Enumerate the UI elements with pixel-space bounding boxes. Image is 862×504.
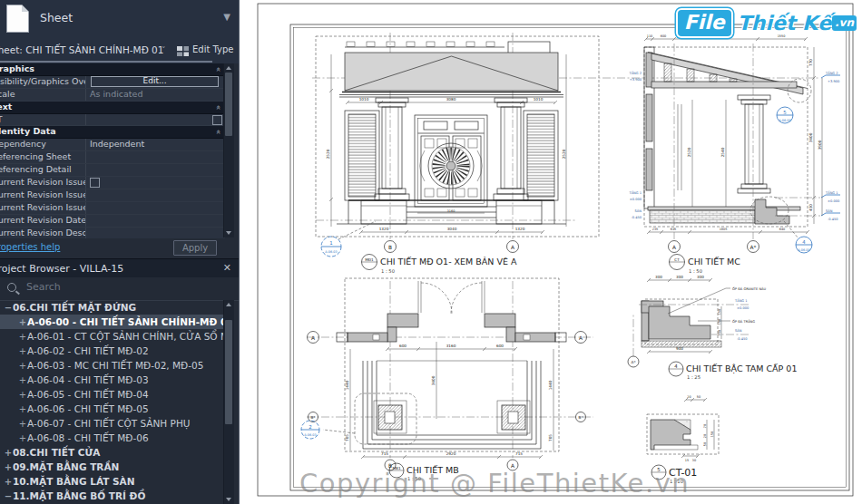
properties-help-link[interactable]: Properties help: [0, 242, 60, 252]
close-icon[interactable]: ✕: [223, 262, 231, 274]
view-number-bubble: CT: [674, 257, 680, 262]
sheet-view: 1010 3080 1010: [240, 0, 862, 504]
chevron-down-icon[interactable]: ˅: [162, 45, 166, 54]
dim-label: 20: [687, 395, 691, 399]
properties-type-selector[interactable]: Sheet ▼: [0, 0, 240, 38]
section-title: Identity Data: [0, 126, 56, 138]
dim-label: 1440: [345, 380, 349, 390]
tree-label: A-06-04 - CHI TIẾT MĐ-03: [27, 374, 149, 385]
view-scale: 1 : 50: [689, 268, 702, 274]
edit-overrides-button[interactable]: Edit...: [91, 76, 219, 87]
dim-label: 1905: [720, 228, 728, 231]
instance-selector-label: Sheet: CHI TIẾT SẢNH CHÍNH-MĐ 01: [0, 44, 163, 55]
tree-item-a0603[interactable]: +A-06-03 - MC CHI TIẾT MĐ-02, MĐ-05: [0, 358, 225, 373]
expand-icon[interactable]: +: [18, 388, 27, 402]
grid-bubble: A: [311, 335, 315, 341]
svg-text:TẦNG 1: TẦNG 1: [825, 190, 838, 195]
elevation-view: 1010 3080 1010: [312, 33, 820, 274]
expand-icon[interactable]: +: [18, 417, 27, 431]
dim-label: 715: [381, 451, 388, 456]
scroll-thumb[interactable]: [225, 73, 232, 136]
tree-item-a0608[interactable]: +A-06-08 - CHI TIẾT MĐ-06: [0, 431, 225, 445]
prop-label: Dependency: [0, 139, 85, 150]
steps-profile: [649, 306, 710, 339]
dim-label: 1320: [379, 227, 389, 231]
expand-icon[interactable]: +: [4, 460, 13, 474]
dim-label: 600: [496, 344, 504, 348]
edit-type-icon[interactable]: [176, 44, 190, 61]
view-scale: 1 : 50: [381, 268, 395, 274]
tree-item-a0607[interactable]: +A-06-07 - CHI TIẾT CỘT SẢNH PHỤ: [0, 416, 225, 431]
expand-icon[interactable]: +: [18, 402, 27, 416]
tree-label: A-06-03 - MC CHI TIẾT MĐ-02, MĐ-05: [27, 360, 203, 371]
tree-item-a0606[interactable]: +A-06-06 - CHI TIẾT MĐ-05: [0, 402, 225, 416]
expand-icon[interactable]: +: [4, 446, 13, 460]
tree-item-10[interactable]: +10.MẶT BẰNG LÁT SÀN: [0, 474, 225, 489]
tree-item-06[interactable]: −06.CHI TIẾT MẶT ĐỨNG: [0, 300, 225, 315]
tree-item-a0602[interactable]: +A-06-02 - CHI TIẾT MĐ-02: [0, 344, 225, 358]
tree-item-08[interactable]: +08.CHI TIẾT CỬA: [0, 445, 225, 460]
logo-file-badge: File: [676, 8, 733, 38]
tree-item-a0601[interactable]: +A-06-01 - CT CỘT SẢNH CHÍNH, CỬA SỔ MÁI: [0, 329, 225, 344]
expand-icon[interactable]: +: [18, 344, 27, 358]
level-name: TẦNG 1: [734, 298, 748, 303]
detail-callout-4[interactable]: 4 A-06-00: [796, 237, 812, 253]
expand-icon[interactable]: +: [18, 330, 27, 344]
section-header-identity[interactable]: Identity Data«: [0, 126, 225, 139]
expand-icon[interactable]: +: [18, 315, 27, 329]
dim-label: 235: [652, 228, 658, 231]
revision-issued-checkbox[interactable]: [90, 178, 100, 188]
dim-label: 1440: [548, 380, 553, 390]
prop-label: Current Revision Issued To: [0, 202, 85, 214]
prop-label: Referencing Sheet: [0, 151, 85, 163]
search-input[interactable]: [24, 280, 210, 294]
scroll-up-icon[interactable]: [226, 66, 231, 70]
properties-scrollbar[interactable]: [223, 63, 234, 237]
edit-type-button[interactable]: Edit Type: [192, 44, 234, 54]
scroll-thumb[interactable]: [225, 320, 232, 424]
tree-label: 10.MẶT BẰNG LÁT SÀN: [13, 476, 134, 487]
apply-button[interactable]: Apply: [173, 240, 217, 256]
section-header-graphics[interactable]: Graphics«: [0, 63, 225, 76]
prop-row-ref-sheet: Referencing Sheet: [0, 151, 225, 164]
scroll-down-icon[interactable]: [226, 231, 231, 235]
expand-icon[interactable]: −: [4, 489, 13, 503]
dim-label: 3040: [447, 227, 457, 231]
section-title: Graphics: [0, 63, 34, 75]
view-title: CHI TIẾT MĐ O1- XEM BẢN VẼ A: [380, 257, 517, 267]
scroll-up-icon[interactable]: [226, 303, 231, 306]
tree-label: A-06-01 - CT CỘT SẢNH CHÍNH, CỬA SỔ MÁI: [27, 331, 225, 342]
scroll-down-icon[interactable]: [226, 498, 231, 501]
browser-scrollbar[interactable]: [223, 300, 234, 504]
material-note: ỐP ĐÁ GRANITE NÂU: [732, 286, 767, 291]
tree-item-a0604[interactable]: +A-06-04 - CHI TIẾT MĐ-03: [0, 373, 225, 387]
expand-icon[interactable]: −: [4, 301, 13, 315]
tree-item-a0600[interactable]: +A-06-00 - CHI TIẾT SẢNH CHÍNH-MĐ 01: [0, 315, 225, 329]
dim-label: 600: [661, 34, 666, 38]
tree-item-a0605[interactable]: +A-06-05 - CHI TIẾT MĐ-04: [0, 387, 225, 402]
svg-text:A-06-03: A-06-03: [325, 250, 337, 254]
detail-callout-5[interactable]: 5 A-06-00: [777, 107, 793, 123]
tt-checkbox[interactable]: [212, 115, 222, 125]
expand-icon[interactable]: +: [18, 359, 27, 373]
dim-label: 2520: [326, 149, 330, 159]
expand-icon[interactable]: +: [4, 475, 13, 489]
column-base-right: [497, 401, 530, 433]
drawing-area[interactable]: 1010 3080 1010: [240, 0, 862, 504]
svg-text:SÂN: SÂN: [826, 208, 833, 213]
prop-label: Current Revision Issued By: [0, 189, 85, 201]
view-callout-1[interactable]: 1 A-06-03: [321, 221, 376, 257]
level-markers: TẦNG 2 +3.900 TẦNG 1 ±0.000 SÂN -0.450 T…: [628, 71, 840, 221]
tree-item-09[interactable]: +09.MẶT BẰNG TRẦN: [0, 460, 225, 474]
dim-label: 50: [703, 442, 707, 446]
section-header-text[interactable]: Text«: [0, 102, 225, 114]
svg-text:1: 1: [329, 240, 332, 246]
instance-selector-row: Sheet: CHI TIẾT SẢNH CHÍNH-MĐ 01 ˅ Edit …: [0, 37, 240, 63]
chevron-down-icon[interactable]: ▼: [223, 12, 230, 22]
tree-item-11[interactable]: −11.MẶT BẰNG BỐ TRÍ ĐỒ: [0, 489, 225, 503]
section-view: 110 600 2400 1550: [628, 34, 840, 274]
view-title-elevation: MĐ1 CHI TIẾT MĐ O1- XEM BẢN VẼ A 1 : 50: [362, 255, 517, 274]
expand-icon[interactable]: +: [18, 373, 27, 387]
expand-icon[interactable]: +: [18, 431, 27, 445]
view-callout-2[interactable]: 2 A-06-03: [301, 421, 319, 439]
